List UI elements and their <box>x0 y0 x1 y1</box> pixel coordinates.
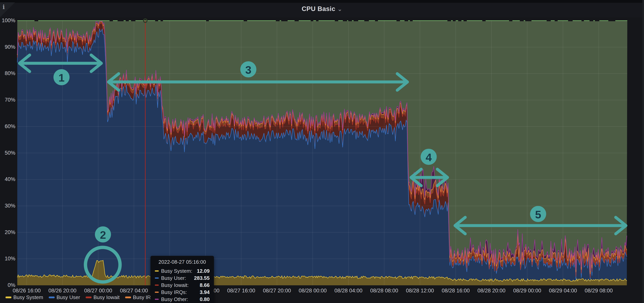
tooltip-series-label: Busy IRQs: <box>161 289 187 295</box>
tooltip-row: Busy IRQs:3.94 <box>155 289 210 296</box>
tooltip-series-label: Busy User: <box>161 275 186 281</box>
y-axis-label: 50% <box>1 150 15 156</box>
legend-item-busy-iowait[interactable]: Busy Iowait <box>86 294 120 300</box>
y-axis-label: 100% <box>1 18 15 24</box>
annotation-number: 2 <box>100 229 106 241</box>
annotation-number: 1 <box>58 72 64 84</box>
tooltip-series-swatch-icon <box>155 299 159 300</box>
y-axis-label: 70% <box>1 97 15 103</box>
tooltip-series-swatch-icon <box>155 270 159 272</box>
tooltip-series-value: 0.80 <box>200 296 210 302</box>
legend-swatch-icon <box>86 296 92 298</box>
top-strip <box>0 0 644 3</box>
chevron-down-icon[interactable]: ⌄ <box>337 6 342 12</box>
legend-swatch-icon <box>49 296 54 298</box>
tooltip-timestamp: 2022-08-27 05:16:00 <box>155 259 210 265</box>
tooltip-series-swatch-icon <box>155 284 159 286</box>
y-axis-label: 80% <box>1 70 15 76</box>
y-axis-label: 90% <box>1 44 15 50</box>
tooltip-row: Busy System:12.09 <box>155 268 210 274</box>
tooltip-series-value: 8.66 <box>200 282 210 288</box>
tooltip-rows: Busy System:12.09Busy User:283.55Busy Io… <box>155 268 210 303</box>
tooltip-series-value: 12.09 <box>197 268 210 274</box>
grafana-panel: CPU Basic⌄ i 12345 100%90%80%70%60%50%40… <box>0 0 644 303</box>
legend-swatch-icon <box>125 296 131 298</box>
tooltip-series-label: Busy Iowait: <box>161 282 188 288</box>
tooltip-row: Busy User:283.55 <box>155 274 210 282</box>
annotation-number: 4 <box>426 151 432 164</box>
panel-title[interactable]: CPU Basic⌄ <box>0 5 644 12</box>
legend-swatch-icon <box>6 296 12 298</box>
y-axis-label: 40% <box>1 176 15 182</box>
cpu-usage-chart[interactable]: 12345 <box>0 0 644 303</box>
tooltip-series-swatch-icon <box>155 292 159 293</box>
tooltip-series-value: 3.94 <box>200 289 210 295</box>
legend-label: Busy Iowait <box>94 294 120 300</box>
y-axis-label: 30% <box>1 203 15 209</box>
panel-info-corner[interactable] <box>0 2 15 17</box>
y-axis-label: 10% <box>1 256 15 262</box>
tooltip-series-swatch-icon <box>155 278 159 279</box>
legend: Busy SystemBusy UserBusy IowaitBusy IRQs <box>6 294 157 300</box>
tooltip: 2022-08-27 05:16:00 Busy System:12.09Bus… <box>150 256 214 303</box>
legend-item-busy-system[interactable]: Busy System <box>6 294 43 300</box>
legend-label: Busy System <box>13 294 43 300</box>
y-axis-label: 0% <box>1 282 15 288</box>
legend-label: Busy User <box>56 294 80 300</box>
tooltip-series-label: Busy Other: <box>161 296 188 302</box>
x-axis-label: 08/29 08:00 <box>577 288 620 294</box>
legend-item-busy-user[interactable]: Busy User <box>49 294 80 300</box>
tooltip-series-value: 283.55 <box>194 275 210 281</box>
y-axis-label: 20% <box>1 229 15 236</box>
tooltip-row: Busy Other:0.80 <box>155 296 210 303</box>
tooltip-row: Busy Iowait:8.66 <box>155 282 210 289</box>
info-icon[interactable]: i <box>2 4 5 10</box>
annotation-number: 5 <box>535 208 541 221</box>
y-axis-label: 60% <box>1 124 15 130</box>
panel-title-text: CPU Basic <box>302 5 335 12</box>
tooltip-series-label: Busy System: <box>161 268 192 274</box>
annotation-number: 3 <box>245 64 251 76</box>
scrollbar[interactable] <box>642 0 644 303</box>
